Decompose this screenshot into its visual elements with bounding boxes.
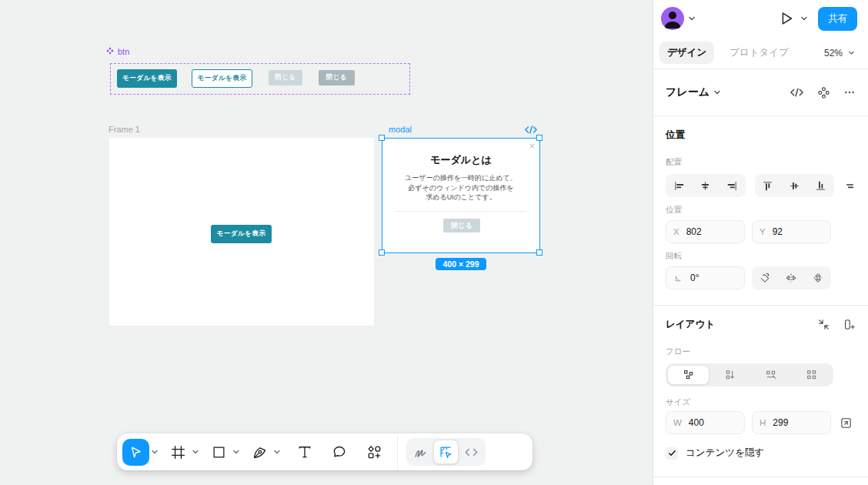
zoom-chevron-icon [847, 48, 856, 57]
align-top-icon[interactable] [755, 174, 782, 197]
component-set-name: btn [118, 47, 129, 56]
more-icon[interactable] [843, 86, 856, 99]
tab-prototype[interactable]: プロトタイプ [729, 46, 789, 59]
modal-divider [396, 211, 526, 212]
modal-close-button[interactable]: 閉じる [443, 219, 480, 232]
flow-freeform-button[interactable] [667, 365, 709, 385]
selection-handle-nw[interactable] [379, 135, 385, 141]
move-tool-chevron-icon[interactable] [150, 447, 159, 457]
frame1-label[interactable]: Frame 1 [108, 125, 140, 134]
position-section: 位置 配置 [653, 116, 868, 305]
layout-title: レイアウト [666, 318, 715, 331]
align-label: 配置 [666, 157, 856, 168]
mode-toggle-group [406, 438, 486, 466]
canvas-button-close-gray[interactable]: 閉じる [319, 70, 355, 85]
frame-tool-button[interactable] [165, 438, 190, 466]
shrink-to-fit-icon[interactable] [817, 318, 830, 331]
flow-grid-button[interactable] [791, 365, 832, 385]
checkbox-check-icon[interactable] [666, 447, 678, 460]
flow-vertical-button[interactable] [709, 365, 750, 385]
layout-heading-row: レイアウト [666, 318, 856, 331]
flow-horizontal-button[interactable] [750, 365, 791, 385]
horizontal-align-group [666, 174, 746, 197]
flow-label: フロー [666, 346, 856, 357]
shape-tool-chevron-icon[interactable] [232, 447, 241, 457]
height-input[interactable]: H 299 [752, 411, 831, 434]
modal-frame[interactable]: × モーダルとは ユーザーの操作を一時的に止めて、 必ずそのウィンドウ内での操作… [382, 138, 540, 253]
x-input[interactable]: X 802 [666, 220, 745, 243]
selection-handle-sw[interactable] [379, 249, 385, 256]
vertical-align-group [755, 174, 835, 197]
toolbar [117, 433, 532, 470]
comment-tool-button[interactable] [327, 438, 352, 466]
appearance-section-row: 外見 [653, 477, 868, 485]
canvas-button-primary[interactable]: モーダルを表示 [117, 69, 177, 88]
align-right-icon[interactable] [719, 174, 746, 197]
xy-row: X 802 Y 92 [666, 220, 856, 243]
modal-body-text: ユーザーの操作を一時的に止めて、 必ずそのウィンドウ内での操作を 求めるUIのこ… [389, 173, 533, 202]
dev-mode-button[interactable] [459, 440, 484, 464]
transform-group [752, 266, 831, 289]
rotation-row: 0° [666, 266, 856, 289]
present-play-button[interactable] [776, 8, 796, 28]
present-chevron-icon[interactable] [800, 14, 809, 23]
rotation-input[interactable]: 0° [666, 266, 745, 289]
frame-tool-chevron-icon[interactable] [191, 447, 200, 457]
frame1-show-modal-button[interactable]: モーダルを表示 [211, 225, 272, 243]
rectangle-tool-button[interactable] [206, 438, 231, 466]
draw-mode-button[interactable] [408, 440, 433, 464]
modal-title: モーダルとは [382, 153, 539, 167]
pen-tool-button[interactable] [247, 438, 272, 466]
flow-segmented-control [666, 363, 833, 386]
y-input[interactable]: Y 92 [752, 220, 831, 243]
position-label: 位置 [666, 205, 856, 216]
modal-frame-label[interactable]: modal [389, 125, 412, 134]
component-props-icon[interactable] [816, 85, 831, 100]
frame-chevron-icon[interactable] [713, 88, 722, 97]
zoom-control[interactable]: 52% [824, 48, 856, 59]
design-mode-button[interactable] [433, 440, 459, 464]
properties-panel: 共有 デザイン プロトタイプ 52% フレーム [653, 0, 868, 485]
size-row: W 400 H 299 [666, 411, 856, 434]
selection-handle-se[interactable] [536, 249, 542, 256]
flip-h-icon[interactable] [778, 266, 804, 289]
align-center-h-icon[interactable] [693, 174, 719, 197]
avatar-chevron-icon[interactable] [687, 14, 696, 23]
position-title: 位置 [666, 129, 856, 142]
component-set-label[interactable]: btn [106, 47, 129, 56]
clip-content-row[interactable]: コンテンツを隠す [666, 447, 856, 460]
align-bottom-icon[interactable] [808, 174, 835, 197]
size-label: サイズ [666, 397, 856, 408]
tidy-icon[interactable] [843, 180, 856, 192]
angle-icon [673, 273, 683, 283]
text-tool-button[interactable] [292, 438, 317, 466]
layout-section: レイアウト フロー [653, 306, 868, 477]
move-tool-button[interactable] [122, 439, 149, 466]
tab-design[interactable]: デザイン [659, 42, 714, 64]
selection-handle-ne[interactable] [536, 135, 542, 141]
frame-section-title[interactable]: フレーム [666, 85, 709, 99]
rotation-label: 回転 [666, 251, 856, 262]
width-input[interactable]: W 400 [666, 411, 745, 434]
align-left-icon[interactable] [666, 174, 693, 197]
canvas-button-outline[interactable]: モーダルを表示 [192, 69, 252, 88]
open-dev-code-icon[interactable] [524, 124, 538, 134]
pen-tool-chevron-icon[interactable] [272, 447, 282, 457]
constrain-proportions-icon[interactable] [840, 416, 853, 430]
auto-layout-add-icon[interactable] [843, 318, 856, 331]
align-center-v-icon[interactable] [781, 174, 808, 197]
actions-button[interactable] [362, 438, 386, 466]
selection-size-badge: 400 × 299 [436, 258, 486, 270]
panel-header: 共有 [653, 0, 868, 37]
modal-close-icon[interactable]: × [529, 142, 535, 151]
toolbar-divider [397, 434, 398, 470]
rotate-icon[interactable] [752, 266, 778, 289]
zoom-value: 52% [824, 48, 843, 59]
canvas-button-close-light[interactable]: 閉じる [269, 70, 302, 85]
avatar[interactable] [661, 7, 684, 30]
share-button[interactable]: 共有 [818, 7, 857, 31]
flip-v-icon[interactable] [805, 266, 831, 289]
figma-app: btn モーダルを表示 モーダルを表示 閉じる 閉じる Frame 1 モーダル… [0, 0, 868, 485]
alignment-row [666, 174, 856, 197]
copy-code-icon[interactable] [790, 87, 804, 98]
